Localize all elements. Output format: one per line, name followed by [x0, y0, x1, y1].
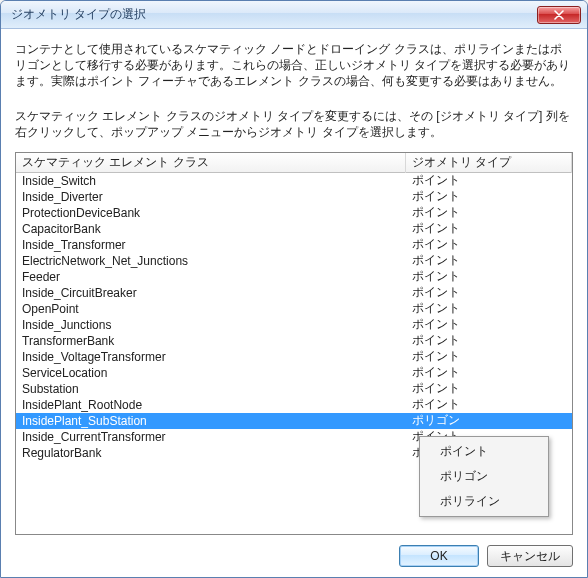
table-row[interactable]: InsidePlant_RootNodeポイント	[16, 397, 572, 413]
window-title: ジオメトリ タイプの選択	[11, 6, 537, 23]
cell-element-name: InsidePlant_SubStation	[16, 414, 406, 428]
description-text-1: コンテナとして使用されているスケマティック ノードとドローイング クラスは、ポリ…	[15, 41, 573, 90]
cell-geometry-type[interactable]: ポイント	[406, 316, 572, 333]
column-header-type[interactable]: ジオメトリ タイプ	[406, 152, 572, 173]
cell-geometry-type[interactable]: ポイント	[406, 188, 572, 205]
cell-geometry-type[interactable]: ポイント	[406, 268, 572, 285]
cancel-button[interactable]: キャンセル	[487, 545, 573, 567]
description-text-2: スケマティック エレメント クラスのジオメトリ タイプを変更するには、その [ジ…	[15, 108, 573, 140]
ok-button[interactable]: OK	[399, 545, 479, 567]
cell-element-name: ProtectionDeviceBank	[16, 206, 406, 220]
cell-geometry-type[interactable]: ポイント	[406, 252, 572, 269]
table-row[interactable]: ProtectionDeviceBankポイント	[16, 205, 572, 221]
table-row[interactable]: Substationポイント	[16, 381, 572, 397]
table-row[interactable]: Inside_CircuitBreakerポイント	[16, 285, 572, 301]
cell-geometry-type[interactable]: ポイント	[406, 236, 572, 253]
cell-geometry-type[interactable]: ポイント	[406, 220, 572, 237]
cell-element-name: Inside_CurrentTransformer	[16, 430, 406, 444]
cell-geometry-type[interactable]: ポイント	[406, 284, 572, 301]
table-row[interactable]: TransformerBankポイント	[16, 333, 572, 349]
cell-element-name: Inside_Switch	[16, 174, 406, 188]
cell-element-name: TransformerBank	[16, 334, 406, 348]
table-row[interactable]: ServiceLocationポイント	[16, 365, 572, 381]
cell-element-name: Feeder	[16, 270, 406, 284]
column-header-name[interactable]: スケマティック エレメント クラス	[16, 152, 406, 173]
cell-element-name: InsidePlant_RootNode	[16, 398, 406, 412]
table-row[interactable]: CapacitorBankポイント	[16, 221, 572, 237]
cell-element-name: RegulatorBank	[16, 446, 406, 460]
table-row[interactable]: Inside_VoltageTransformerポイント	[16, 349, 572, 365]
cell-element-name: Substation	[16, 382, 406, 396]
cell-geometry-type[interactable]: ポイント	[406, 300, 572, 317]
cell-geometry-type[interactable]: ポイント	[406, 204, 572, 221]
geometry-type-menu-item[interactable]: ポリライン	[422, 489, 546, 514]
cell-geometry-type[interactable]: ポイント	[406, 396, 572, 413]
geometry-type-menu-item[interactable]: ポイント	[422, 439, 546, 464]
close-icon	[554, 10, 564, 20]
cell-element-name: OpenPoint	[16, 302, 406, 316]
cell-element-name: Inside_Diverter	[16, 190, 406, 204]
cell-element-name: Inside_CircuitBreaker	[16, 286, 406, 300]
cell-element-name: ElectricNetwork_Net_Junctions	[16, 254, 406, 268]
dialog-window: ジオメトリ タイプの選択 コンテナとして使用されているスケマティック ノードとド…	[0, 0, 588, 578]
table-row[interactable]: Inside_Diverterポイント	[16, 189, 572, 205]
geometry-type-context-menu: ポイントポリゴンポリライン	[419, 436, 549, 517]
table-row[interactable]: Inside_Switchポイント	[16, 173, 572, 189]
cell-element-name: CapacitorBank	[16, 222, 406, 236]
title-bar: ジオメトリ タイプの選択	[1, 1, 587, 29]
table-row[interactable]: Inside_Transformerポイント	[16, 237, 572, 253]
cell-element-name: ServiceLocation	[16, 366, 406, 380]
cell-element-name: Inside_Junctions	[16, 318, 406, 332]
close-button[interactable]	[537, 6, 581, 24]
cell-element-name: Inside_VoltageTransformer	[16, 350, 406, 364]
table-row[interactable]: ElectricNetwork_Net_Junctionsポイント	[16, 253, 572, 269]
cell-geometry-type[interactable]: ポイント	[406, 348, 572, 365]
table-row[interactable]: Feederポイント	[16, 269, 572, 285]
cell-geometry-type[interactable]: ポイント	[406, 332, 572, 349]
cell-geometry-type[interactable]: ポイント	[406, 173, 572, 190]
cell-geometry-type[interactable]: ポイント	[406, 364, 572, 381]
grid-header-row: スケマティック エレメント クラス ジオメトリ タイプ	[16, 153, 572, 173]
table-row[interactable]: InsidePlant_SubStationポリゴン	[16, 413, 572, 429]
table-row[interactable]: Inside_Junctionsポイント	[16, 317, 572, 333]
geometry-type-menu-item[interactable]: ポリゴン	[422, 464, 546, 489]
table-row[interactable]: OpenPointポイント	[16, 301, 572, 317]
cell-geometry-type[interactable]: ポイント	[406, 380, 572, 397]
dialog-button-row: OK キャンセル	[15, 535, 573, 567]
cell-element-name: Inside_Transformer	[16, 238, 406, 252]
cell-geometry-type[interactable]: ポリゴン	[406, 412, 572, 429]
